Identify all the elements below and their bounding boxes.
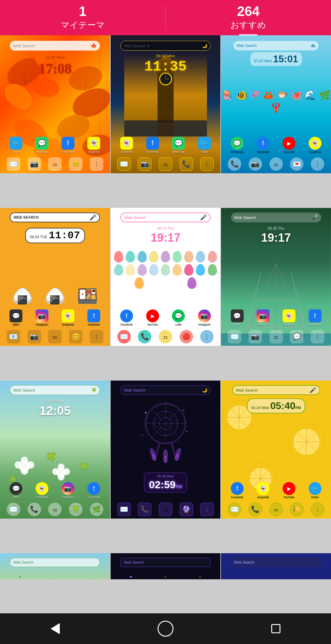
dock-2-drops[interactable]: 📞 <box>138 330 151 343</box>
dock-4-drops[interactable]: 🔴 <box>180 330 193 343</box>
dock-5-clover[interactable]: 🌿 <box>90 503 103 516</box>
dock-3-bridge[interactable]: ⚏ <box>269 330 283 343</box>
app-twitter-london[interactable]: 🐦 Twitter <box>198 137 211 153</box>
dock-camera-london[interactable]: 📷 <box>138 157 151 171</box>
search-bar-clover[interactable]: Web Search 🍀 <box>10 385 100 395</box>
theme-partial-dreamcatcher[interactable]: Web Search <box>111 553 221 579</box>
dock-camera-autumn[interactable]: 📷 <box>28 157 41 171</box>
dock-5-ocean[interactable]: ⋮ <box>311 157 324 171</box>
app-instagram-bridge[interactable]: 📷 Instagram <box>257 309 269 326</box>
dock-apps-london[interactable]: ⚏ <box>159 157 172 171</box>
theme-lemon[interactable]: Web Search 🎤 04.24 Wed 05:40PM f Faceboo… <box>221 381 331 519</box>
theme-london[interactable]: Web Search ✦ 🌙 <box>111 35 221 173</box>
theme-partial-navy[interactable]: Web Search <box>221 553 331 579</box>
dock-1-clover[interactable]: ✉️ <box>7 503 20 516</box>
dock-3-clover[interactable]: ⚏ <box>48 503 62 516</box>
app-whatsapp-ocean[interactable]: 💬 WhatsApp <box>231 137 244 153</box>
app-twitter-autumn[interactable]: 🐦 Twitter <box>10 137 22 153</box>
dock-face-london[interactable]: 📞 <box>180 157 193 171</box>
dock-1-lemon[interactable]: ✉️ <box>228 503 241 516</box>
nav-back-button[interactable] <box>46 619 64 638</box>
dock-1-drops[interactable]: ✉️ <box>117 330 131 343</box>
dock-2-clover[interactable]: 📞 <box>28 503 41 516</box>
theme-ocean[interactable]: Web Search 🐟 🪼🐠🦑 🦀🐡🐙 🌊🌿🦞 07.03 Wed 15:01… <box>221 35 331 173</box>
dock-3-dreamcatcher[interactable]: ⚏ <box>159 503 172 516</box>
search-bar-bridge[interactable]: Web Search 🎤 <box>231 213 321 222</box>
search-bar-partial2[interactable]: Web Search <box>120 558 211 567</box>
app-bbm-bridge[interactable]: 💬 BBM <box>231 309 244 326</box>
search-bar-london[interactable]: Web Search ✦ 🌙 <box>120 41 211 51</box>
app-snapchat-onigiri[interactable]: 👻 Snapchat <box>62 309 74 326</box>
dock-apps-autumn[interactable]: ⚏ <box>48 157 62 171</box>
app-bbm-clover[interactable]: 💬 BBM <box>10 482 22 499</box>
dock-3-lemon[interactable]: ⚏ <box>269 503 283 516</box>
search-bar-lemon[interactable]: Web Search 🎤 <box>232 385 320 395</box>
app-line-drops[interactable]: 💬 LINE <box>172 309 185 326</box>
dock-more-london[interactable]: ⋮ <box>200 157 214 171</box>
tab-my-themes[interactable]: 1 マイテーマ <box>0 0 166 35</box>
app-whatsapp-london[interactable]: 💬 WhatsApp <box>172 137 185 153</box>
app-instagram-clover[interactable]: 📷 Instagram <box>62 482 74 499</box>
app-snapchat-clover[interactable]: 👻 Snapchat <box>36 482 48 499</box>
dock-4-ocean[interactable]: 💌 <box>290 157 303 171</box>
search-bar-partial3[interactable]: Web Search <box>231 558 321 567</box>
app-facebook-ocean[interactable]: f Facebook <box>257 137 269 153</box>
dock-1-onigiri[interactable]: 📧 <box>7 330 20 343</box>
app-snapchat-lemon[interactable]: 👻 Snapchat <box>257 482 269 499</box>
app-facebook-autumn[interactable]: f Facebook <box>62 137 74 153</box>
theme-drops[interactable]: Web Search 🎤 06.13 Thu <box>111 208 221 346</box>
dock-4-onigiri[interactable]: 😊 <box>69 330 82 343</box>
search-bar-ocean[interactable]: Web Search 🐟 <box>233 41 319 51</box>
dock-3-ocean[interactable]: ⚏ <box>269 157 283 171</box>
app-bbm-onigiri[interactable]: 💬 BBM <box>10 309 22 326</box>
dock-5-onigiri[interactable]: ⋮ <box>90 330 103 343</box>
theme-bridge[interactable]: Web Search 🎤 05.30 Thu 19:17 💬 BBM 📷 Ins… <box>221 208 331 346</box>
theme-dreamcatcher[interactable]: Web Search 🌙 <box>111 381 221 519</box>
dock-2-dreamcatcher[interactable]: 📞 <box>138 503 151 516</box>
search-bar-onigiri[interactable]: WEB SEARCH 🎤 <box>10 213 100 222</box>
app-instagram-drops[interactable]: 📷 Instagram <box>198 309 211 326</box>
app-facebook-clover[interactable]: f Facebook <box>87 482 100 499</box>
app-snapchat-ocean[interactable]: 👻 Snapchat <box>309 137 321 153</box>
app-instagram-onigiri[interactable]: 📷 Instagram <box>36 309 48 326</box>
app-youtube-lemon[interactable]: ▶ YouTube <box>283 482 295 499</box>
dock-5-drops[interactable]: ⋮ <box>200 330 214 343</box>
app-facebook-lemon[interactable]: f Facebook <box>231 482 244 499</box>
theme-clover[interactable]: 🍀 🍀 🍀 Web Search 🍀 05.15 Wed 12:05 💬 BBM… <box>0 381 110 519</box>
nav-recent-button[interactable] <box>267 619 285 638</box>
theme-partial-clover[interactable]: Web Search <box>0 553 110 579</box>
app-twitter-lemon[interactable]: 🐦 Twitter <box>309 482 321 499</box>
dock-5-lemon[interactable]: ⋮ <box>311 503 324 516</box>
dock-2-bridge[interactable]: 📷 <box>249 330 262 343</box>
dock-2-ocean[interactable]: 📷 <box>249 157 262 171</box>
search-bar-partial1[interactable]: Web Search <box>10 558 100 567</box>
app-facebook-onigiri[interactable]: f Facebook <box>87 309 100 326</box>
dock-email-london[interactable]: ✉️ <box>117 157 131 171</box>
dock-3-drops[interactable]: ⚏ <box>159 330 172 343</box>
app-snapchat-bridge[interactable]: 👻 Snapchat <box>283 309 295 326</box>
app-snapchat-autumn[interactable]: 👻 Snapchat <box>87 137 100 153</box>
dock-1-bridge[interactable]: ✉️ <box>228 330 241 343</box>
app-snapchat-london[interactable]: 👻 Snapchat <box>120 137 133 153</box>
app-youtube-drops[interactable]: ▶ YouTube <box>146 309 159 326</box>
dock-face-autumn[interactable]: 😊 <box>69 157 82 171</box>
dock-5-bridge[interactable]: ⋮ <box>311 330 324 343</box>
dock-email-autumn[interactable]: ✉️ <box>7 157 20 171</box>
app-youtube-ocean[interactable]: ▶ YouTube <box>283 137 295 153</box>
app-facebook-bridge[interactable]: f Facebook <box>309 309 321 326</box>
app-whatsapp-autumn[interactable]: 💬 WhatsApp <box>36 137 48 153</box>
dock-3-onigiri[interactable]: ⚏ <box>48 330 62 343</box>
dock-2-onigiri[interactable]: 📷 <box>28 330 41 343</box>
dock-4-clover[interactable]: 🍀 <box>69 503 82 516</box>
dock-5-dreamcatcher[interactable]: ⋮ <box>200 503 214 516</box>
search-bar-drops[interactable]: Web Search 🎤 <box>120 213 211 222</box>
app-facebook-drops[interactable]: f Facebook <box>120 309 133 326</box>
dock-1-dreamcatcher[interactable]: ✉️ <box>117 503 131 516</box>
dock-4-lemon[interactable]: 🍋 <box>290 503 303 516</box>
dock-4-dreamcatcher[interactable]: 🔮 <box>180 503 193 516</box>
theme-onigiri[interactable]: WEB SEARCH 🎤 06.04 TUE 11:07 🍙 🍙 🍱 💬 BBM… <box>0 208 110 346</box>
dock-2-lemon[interactable]: 📞 <box>249 503 262 516</box>
nav-home-button[interactable] <box>156 619 175 638</box>
search-bar-autumn[interactable]: Web Search 🍁 <box>10 41 100 51</box>
search-bar-dreamcatcher[interactable]: Web Search 🌙 <box>120 385 211 395</box>
